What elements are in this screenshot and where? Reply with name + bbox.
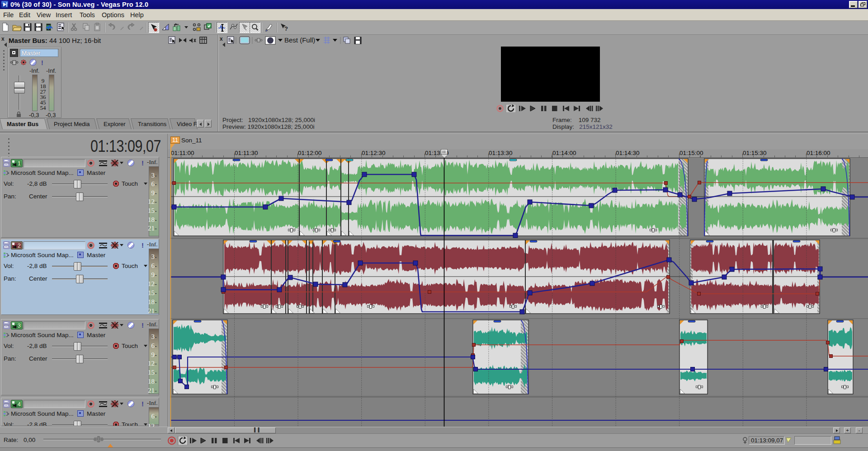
- svg-text:?: ?: [284, 25, 288, 32]
- svg-text:?: ?: [37, 23, 39, 28]
- svg-text:Best (Full): Best (Full): [284, 36, 315, 44]
- svg-text:!: !: [41, 59, 43, 66]
